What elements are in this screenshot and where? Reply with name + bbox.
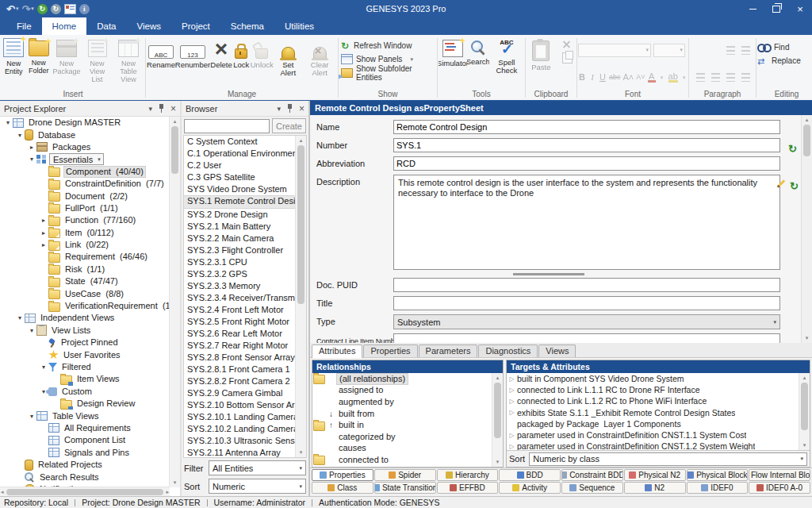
- rename-button[interactable]: Rename: [147, 37, 175, 86]
- target-item[interactable]: ▷connected to Link L.1.1 RC to Drone RF …: [507, 384, 799, 395]
- tree-item-project-pinned[interactable]: Project Pinned: [0, 337, 170, 348]
- view-tab-bdd[interactable]: BDD: [499, 469, 561, 481]
- tree-item-link[interactable]: ▸Link (0/22): [0, 239, 170, 251]
- target-item[interactable]: ▷exhibits State S.1.1 _Exhibit Remote Co…: [507, 407, 799, 418]
- scroll-thumb[interactable]: [803, 125, 810, 156]
- menu-project[interactable]: Project: [171, 17, 220, 35]
- menu-home[interactable]: Home: [42, 17, 87, 35]
- browser-item-sys-2-8-1-front-camera-1[interactable]: SYS.2.8.1 Front Camera 1: [184, 364, 296, 375]
- type-dropdown[interactable]: Subsystem ▾: [393, 314, 780, 329]
- refresh-window-button[interactable]: Refresh Window: [339, 39, 436, 52]
- form-splitter[interactable]: [316, 272, 780, 276]
- tab-views[interactable]: Views: [538, 344, 576, 357]
- view-tab-spider[interactable]: Spider: [374, 469, 436, 481]
- tree-item-user-favorites[interactable]: User Favorites: [0, 348, 170, 360]
- tree-item-verificationrequirement[interactable]: VerificationRequirement (18/18): [0, 300, 170, 312]
- minimize-button[interactable]: [741, 0, 764, 17]
- scroll-up-icon[interactable]: ▴: [805, 115, 810, 125]
- view-tab-hierarchy[interactable]: Hierarchy: [437, 469, 499, 481]
- view-tab-properties[interactable]: Properties: [312, 469, 373, 481]
- target-item[interactable]: ▷parameter used in ConstraintDefinition …: [507, 429, 799, 441]
- scroll-thumb[interactable]: [171, 126, 178, 174]
- tree-item-requirement[interactable]: Requirement (46/46): [0, 251, 170, 263]
- scroll-down-icon[interactable]: ▾: [805, 333, 810, 343]
- view-tab-idef0[interactable]: IDEF0: [687, 482, 749, 494]
- tab-diagnostics[interactable]: Diagnostics: [478, 344, 538, 357]
- chevron-down-icon[interactable]: ▾: [16, 6, 19, 12]
- pin-icon[interactable]: [158, 104, 165, 113]
- chevron-down-icon[interactable]: ▾: [31, 6, 34, 12]
- undo-button[interactable]: ↶▾: [6, 3, 18, 15]
- expander-open-icon[interactable]: ▾: [3, 119, 13, 126]
- find-button[interactable]: Find: [757, 40, 812, 54]
- tree-item-all-requirements[interactable]: All Requirements: [0, 422, 170, 434]
- scroll-down-icon[interactable]: ▾: [299, 448, 304, 457]
- search-button[interactable]: Search: [467, 37, 489, 86]
- tree-item-usecase[interactable]: UseCase (8/8): [0, 287, 170, 299]
- browser-item-sys-2-5-front-right-motor[interactable]: SYS.2.5 Front Right Motor: [184, 316, 296, 328]
- target-item[interactable]: ▷connected to Link L.1.2 RC to Phone WiF…: [507, 395, 799, 406]
- browser-item-sys-2-2-main-camera[interactable]: SYS.2.2 Main Camera: [184, 233, 296, 244]
- tab-properties[interactable]: Properties: [363, 344, 417, 357]
- tree-item-database[interactable]: ▾Database: [0, 129, 170, 140]
- target-item[interactable]: packaged by Package Layer 1 Components: [507, 418, 799, 429]
- browser-item-sys-2-3-1-cpu[interactable]: SYS.2.3.1 CPU: [184, 256, 296, 268]
- tree-item-view-lists[interactable]: ▾View Lists: [0, 325, 170, 337]
- scroll-up-icon[interactable]: ▴: [496, 373, 500, 383]
- title-input[interactable]: [393, 296, 780, 310]
- tree-item-fullport[interactable]: FullPort (1/1): [0, 202, 170, 214]
- browser-item-sys-2-6-rear-left-motor[interactable]: SYS.2.6 Rear Left Motor: [184, 328, 296, 340]
- browser-item-sys-2-10-3-ultrasonic-sensors[interactable]: SYS.2.10.3 Ultrasonic Sensors: [184, 435, 296, 447]
- browser-item-sys-2-1-main-battery[interactable]: SYS.2.1 Main Battery: [184, 221, 296, 233]
- expander-open-icon[interactable]: ▾: [27, 156, 36, 163]
- spell-check-button[interactable]: Spell Check: [489, 37, 524, 86]
- browser-item-sys-2-9-camera-gimbal[interactable]: SYS.2.9 Camera Gimbal: [184, 387, 296, 399]
- view-tab-activity[interactable]: Activity: [499, 482, 561, 494]
- expander-closed-icon[interactable]: ▸: [39, 241, 48, 248]
- replace-button[interactable]: Replace: [757, 54, 812, 67]
- redo-button[interactable]: ↷▾: [21, 3, 33, 15]
- lock-button[interactable]: Lock: [232, 37, 250, 86]
- tree-item-drone-design-master[interactable]: ▾Drone Design MASTER: [0, 117, 170, 129]
- tree-item-packages[interactable]: ▸Packages: [0, 141, 170, 153]
- relationship-categorized-by[interactable]: categorized by: [312, 431, 492, 443]
- scroll-down-icon[interactable]: ▾: [802, 441, 807, 450]
- abbreviation-input[interactable]: [393, 156, 780, 171]
- expand-arrow-icon[interactable]: ▷: [507, 387, 517, 394]
- tree-item-essentials[interactable]: ▾Essentials▾: [0, 153, 170, 165]
- menu-utilities[interactable]: Utilities: [274, 17, 324, 35]
- delete-button[interactable]: Delete: [210, 37, 233, 86]
- tree-item-component[interactable]: Component (40/40): [0, 166, 170, 178]
- relationship-connected-to[interactable]: connected to: [312, 454, 492, 466]
- new-folder-button[interactable]: New Folder: [26, 37, 52, 86]
- close-button[interactable]: ×: [788, 0, 812, 17]
- create-button[interactable]: Create: [272, 118, 306, 133]
- tree-item-state[interactable]: State (47/47): [0, 275, 170, 287]
- target-item[interactable]: ▷built in Component SYS Video Drone Syst…: [507, 373, 799, 384]
- expander-open-icon[interactable]: ▾: [15, 314, 25, 321]
- relationship-augmented-by[interactable]: augmented by: [312, 396, 492, 408]
- scroll-thumb[interactable]: [494, 383, 501, 438]
- set-alert-button[interactable]: Set Alert: [274, 37, 302, 86]
- relationships-scrollbar[interactable]: ▴ ▾: [492, 373, 503, 467]
- browser-item-sys-2-3-2-gps[interactable]: SYS.2.3.2 GPS: [184, 268, 296, 280]
- description-textarea[interactable]: This remote control design is the user i…: [393, 175, 780, 270]
- chevron-down-icon[interactable]: ▾: [277, 105, 281, 113]
- view-tab-n2[interactable]: N2: [624, 482, 686, 494]
- close-icon[interactable]: ×: [299, 104, 304, 114]
- tree-item-risk[interactable]: Risk (1/1): [0, 264, 170, 275]
- browser-item-sys-2-10-2-landing-camera-2[interactable]: SYS.2.10.2 Landing Camera 2: [184, 423, 296, 435]
- menu-views[interactable]: Views: [127, 17, 171, 35]
- menu-file[interactable]: File: [6, 17, 42, 35]
- view-tab-sequence[interactable]: Sequence: [561, 482, 623, 494]
- expander-open-icon[interactable]: ▾: [15, 132, 25, 139]
- tree-item-item-views[interactable]: Item Views: [0, 373, 170, 385]
- menu-schema[interactable]: Schema: [220, 17, 274, 35]
- expander-open-icon[interactable]: ▾: [27, 413, 36, 420]
- expand-arrow-icon[interactable]: ▷: [507, 375, 517, 383]
- sync-secondary-button[interactable]: ↻: [51, 3, 61, 15]
- scroll-up-icon[interactable]: ▴: [802, 373, 807, 383]
- tree-item-custom[interactable]: ▾Custom: [0, 386, 170, 398]
- tree-item-constraintdefinition[interactable]: ConstraintDefinition (7/7): [0, 178, 170, 190]
- number-refresh-icon[interactable]: [788, 141, 799, 152]
